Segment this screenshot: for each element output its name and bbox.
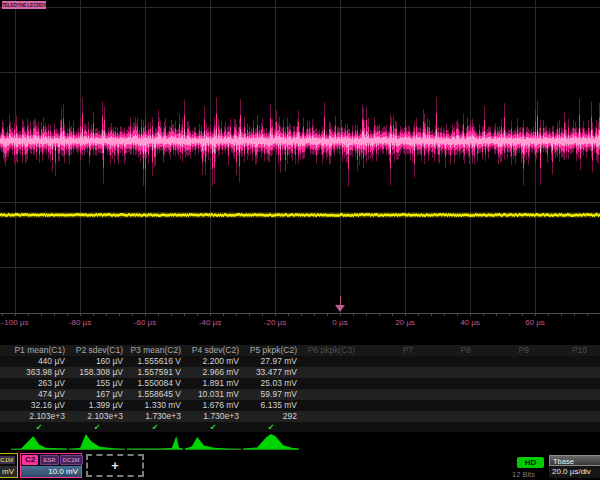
hd-bits-label: 12 Bits <box>512 470 535 479</box>
measure-header-p4[interactable]: P4 sdev(C2) <box>184 345 242 356</box>
time-axis-tick-label: -80 µs <box>69 318 91 327</box>
measure-value-value <box>474 356 532 367</box>
measure-min-value: 25.03 mV <box>242 378 300 389</box>
measure-header-p9[interactable]: P9 <box>474 345 532 356</box>
measure-sdev-value: 6.135 mV <box>242 400 300 411</box>
histicon-p3[interactable] <box>126 431 184 452</box>
measure-mean-value: 1.557591 V <box>126 367 184 378</box>
measure-sdev-value: 32.16 µV <box>10 400 68 411</box>
measure-value-value: 2.200 mV <box>184 356 242 367</box>
measure-mean-value: 33.477 mV <box>242 367 300 378</box>
brand-badge: TELEDYNE LECROY <box>2 1 46 9</box>
measure-row-value: 440 µV160 µV1.555616 V2.200 mV27.97 mV <box>0 356 600 367</box>
measure-num-value <box>358 411 416 422</box>
measure-max-value <box>532 389 590 400</box>
measure-header-p5[interactable]: P5 pkpk(C2) <box>242 345 300 356</box>
measure-header-p6[interactable]: P6 pkpk(C3) <box>300 345 358 356</box>
measure-row-sdev: 32.16 µV1.399 µV1.330 mV1.676 mV6.135 mV <box>0 400 600 411</box>
measure-mean-value <box>532 367 590 378</box>
time-axis-tick-label: 60 µs <box>525 318 545 327</box>
measure-max-value <box>416 389 474 400</box>
measure-header-p3[interactable]: P3 mean(C2) <box>126 345 184 356</box>
channel-annotation-bar: DC1M 10.0 mV C2 ESR DC1M 10.0 mV + HD 12… <box>0 452 600 480</box>
c1-vertical-scale: 10.0 mV <box>0 466 17 477</box>
measure-num-value: 1.730e+3 <box>126 411 184 422</box>
measure-min-value: 263 µV <box>10 378 68 389</box>
measure-value-value <box>416 356 474 367</box>
measure-mean-value: 158.308 µV <box>68 367 126 378</box>
c2-vertical-scale: 10.0 mV <box>21 466 81 477</box>
measure-min-value: 155 µV <box>68 378 126 389</box>
c2-esr-badge: ESR <box>40 455 58 465</box>
measure-num-value <box>474 411 532 422</box>
measurement-histicons <box>0 431 600 452</box>
timebase-descriptor[interactable]: Tbase 20.0 µs/div <box>549 455 600 479</box>
measure-max-value: 1.558645 V <box>126 389 184 400</box>
histicon-p2[interactable] <box>68 431 126 452</box>
measure-max-value: 10.031 mV <box>184 389 242 400</box>
time-axis-tick-label: 40 µs <box>460 318 480 327</box>
measure-header-p1[interactable]: P1 mean(C1) <box>10 345 68 356</box>
measure-row-mean: 363.98 µV158.308 µV1.557591 V2.966 mV33.… <box>0 367 600 378</box>
histicon-p5[interactable] <box>242 431 300 452</box>
measure-max-value <box>358 389 416 400</box>
add-trace-button[interactable]: + <box>86 454 144 477</box>
measure-sdev-value: 1.676 mV <box>184 400 242 411</box>
measure-num-value <box>416 411 474 422</box>
measure-value-value <box>300 356 358 367</box>
measure-max-value <box>474 389 532 400</box>
time-axis-tick-label: -40 µs <box>199 318 221 327</box>
measure-row-max: 474 µV167 µV1.558645 V10.031 mV59.97 mV <box>0 389 600 400</box>
measure-num-value: 292 <box>242 411 300 422</box>
measure-mean-value: 363.98 µV <box>10 367 68 378</box>
measure-min-value <box>474 378 532 389</box>
oscilloscope-screen: TELEDYNE LECROY -100 µs-80 µs-60 µs-40 µ… <box>0 0 600 480</box>
measure-num-value: 2.103e+3 <box>10 411 68 422</box>
histicon-p1[interactable] <box>10 431 68 452</box>
measurement-table: P1 mean(C1)P2 sdev(C1)P3 mean(C2)P4 sdev… <box>0 345 600 432</box>
measure-value-value: 1.555616 V <box>126 356 184 367</box>
c2-coupling-badge: DC1M <box>60 455 83 465</box>
measure-max-value: 167 µV <box>68 389 126 400</box>
measure-value-value <box>532 356 590 367</box>
histicon-p4[interactable] <box>184 431 242 452</box>
timebase-value: 20.0 µs/div <box>549 466 600 478</box>
c2-channel-label: C2 <box>22 455 38 465</box>
measure-row-num: 2.103e+32.103e+31.730e+31.730e+3292 <box>0 411 600 422</box>
timebase-title: Tbase <box>549 455 600 466</box>
measure-sdev-value <box>416 400 474 411</box>
measure-header-p8[interactable]: P8 <box>416 345 474 356</box>
measure-max-value: 474 µV <box>10 389 68 400</box>
measure-num-value: 1.730e+3 <box>184 411 242 422</box>
measure-header-p10[interactable]: P10 <box>532 345 590 356</box>
time-axis-tick-label: -100 µs <box>2 318 29 327</box>
measure-min-value: 1.550084 V <box>126 378 184 389</box>
measure-mean-value <box>416 367 474 378</box>
measure-min-value <box>532 378 590 389</box>
measure-value-value: 440 µV <box>10 356 68 367</box>
measure-header-row: P1 mean(C1)P2 sdev(C1)P3 mean(C2)P4 sdev… <box>0 345 600 356</box>
waveform-display[interactable] <box>0 0 600 316</box>
measure-mean-value <box>474 367 532 378</box>
measure-min-value: 1.891 mV <box>184 378 242 389</box>
measure-sdev-value: 1.399 µV <box>68 400 126 411</box>
time-axis-tick-label: 0 µs <box>332 318 347 327</box>
measure-max-value <box>300 389 358 400</box>
c1-coupling-badge: DC1M <box>0 456 15 464</box>
measure-num-value <box>300 411 358 422</box>
measure-header-p7[interactable]: P7 <box>358 345 416 356</box>
measure-sdev-value <box>532 400 590 411</box>
time-axis-tick-label: -20 µs <box>264 318 286 327</box>
measure-min-value <box>416 378 474 389</box>
measure-header-p2[interactable]: P2 sdev(C1) <box>68 345 126 356</box>
measure-max-value: 59.97 mV <box>242 389 300 400</box>
hd-mode-badge[interactable]: HD <box>517 457 544 468</box>
channel-c1-descriptor[interactable]: DC1M 10.0 mV <box>0 453 18 478</box>
measure-value-value <box>358 356 416 367</box>
measure-value-value: 27.97 mV <box>242 356 300 367</box>
channel-c2-descriptor[interactable]: C2 ESR DC1M 10.0 mV <box>20 453 82 478</box>
measure-sdev-value <box>300 400 358 411</box>
measure-min-value <box>300 378 358 389</box>
measure-row-min: 263 µV155 µV1.550084 V1.891 mV25.03 mV <box>0 378 600 389</box>
time-axis-tick-label: -60 µs <box>134 318 156 327</box>
